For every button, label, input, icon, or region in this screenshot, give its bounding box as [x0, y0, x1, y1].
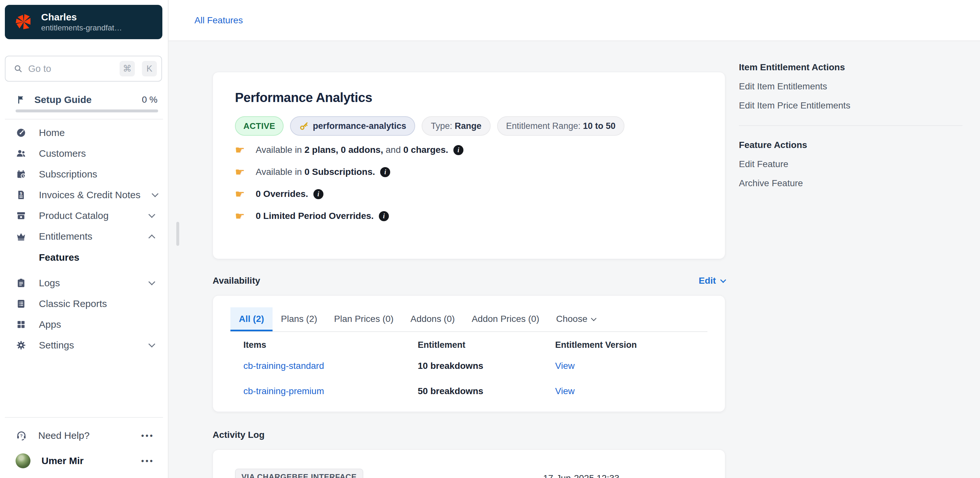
user-name: Umer Mir [41, 455, 130, 466]
menu-gap [0, 268, 168, 273]
availability-heading: Availability [213, 276, 699, 286]
entitlement-range-badge: Entitlement Range: 10 to 50 [497, 116, 625, 136]
pointing-finger-icon: ☛ [235, 187, 247, 200]
item-link[interactable]: cb-training-standard [243, 361, 418, 371]
view-link[interactable]: View [555, 386, 708, 396]
actions-rail: Item Entitlement Actions Edit Item Entit… [739, 60, 966, 189]
summary-limited-overrides: ☛ 0 Limited Period Overrides. i [235, 205, 703, 227]
column-entitlement-version: Entitlement Version [555, 340, 708, 350]
sidebar-item-label: Invoices & Credit Notes [39, 189, 140, 200]
topbar: All Features [169, 0, 980, 41]
sidebar-item-logs[interactable]: Logs [0, 273, 168, 294]
sidebar-item-label: Entitlements [39, 231, 137, 242]
pointing-finger-icon: ☛ [235, 143, 247, 156]
sidebar-item-invoices[interactable]: $ Invoices & Credit Notes [0, 184, 168, 205]
info-icon[interactable]: i [453, 145, 463, 155]
global-search[interactable]: ⌘ K [5, 56, 162, 82]
sidebar-item-entitlements[interactable]: Entitlements [0, 226, 168, 247]
need-help-label: Need Help? [38, 430, 130, 441]
info-icon[interactable]: i [380, 167, 390, 177]
entitlement-value: 50 breakdowns [418, 386, 555, 396]
sidebar: Charles entitlements-grandfat… ⌘ K Setup… [0, 0, 169, 478]
chevron-up-icon [148, 234, 155, 241]
setup-guide[interactable]: Setup Guide 0 % [16, 93, 158, 106]
summary-plans: ☛ Available in 2 plans, 0 addons, and 0 … [235, 139, 703, 161]
badge-row: ACTIVE performance-analytics Type: Range… [235, 116, 703, 136]
tab-addons[interactable]: Addons (0) [402, 307, 463, 331]
sidebar-menu: Home Customers [0, 122, 168, 356]
info-icon[interactable]: i [379, 211, 389, 221]
sidebar-item-label: Logs [39, 278, 137, 289]
sidebar-item-customers[interactable]: Customers [0, 143, 168, 164]
sidebar-item-apps[interactable]: Apps [0, 314, 168, 335]
edit-item-price-entitlements-link[interactable]: Edit Item Price Entitlements [739, 100, 966, 111]
feature-id-text: performance-analytics [313, 121, 406, 131]
archive-feature-link[interactable]: Archive Feature [739, 178, 966, 189]
invoices-icon: $ [16, 189, 27, 200]
view-link[interactable]: View [555, 361, 708, 371]
setup-guide-progress: 0 % [142, 95, 158, 105]
tab-plans[interactable]: Plans (2) [272, 307, 326, 331]
column-items: Items [243, 340, 418, 350]
sidebar-divider [5, 417, 163, 418]
activity-log-card: VIA CHARGEBEE INTERFACE 17-Jun-2025 12:3… [213, 449, 725, 478]
tab-addon-prices[interactable]: Addon Prices (0) [463, 307, 548, 331]
workspace-org: entitlements-grandfat… [41, 23, 122, 33]
sidebar-item-home[interactable]: Home [0, 122, 168, 143]
tab-choose[interactable]: Choose [548, 307, 605, 331]
chevron-down-icon [591, 315, 597, 321]
status-badge: ACTIVE [235, 116, 283, 136]
sidebar-item-subscriptions[interactable]: Subscriptions [0, 164, 168, 184]
item-entitlement-actions-heading: Item Entitlement Actions [739, 62, 966, 73]
sidebar-item-label: Settings [39, 340, 137, 351]
sidebar-item-label: Apps [39, 319, 154, 330]
sidebar-item-label: Classic Reports [39, 298, 154, 309]
need-help-row[interactable]: ? Need Help? ••• [0, 423, 168, 448]
entitlements-crown-icon [16, 231, 27, 242]
table-row: cb-training-premium 50 breakdowns View [243, 379, 708, 404]
feature-actions-heading: Feature Actions [739, 140, 966, 151]
subscriptions-icon [16, 169, 27, 180]
workspace-name: Charles [41, 11, 122, 23]
k-keycap: K [142, 61, 157, 76]
product-catalog-icon [16, 210, 27, 221]
apps-grid-icon [16, 319, 27, 330]
availability-header: Availability Edit [213, 275, 725, 287]
search-input[interactable] [28, 64, 113, 74]
edit-item-entitlements-link[interactable]: Edit Item Entitlements [739, 81, 966, 92]
feature-card: Performance Analytics ACTIVE performance… [213, 72, 725, 259]
home-gauge-icon [16, 127, 27, 138]
table-row: cb-training-standard 10 breakdowns View [243, 353, 708, 379]
cmd-keycap: ⌘ [119, 61, 135, 76]
availability-edit-button[interactable]: Edit [699, 276, 725, 286]
classic-reports-icon [16, 298, 27, 309]
gear-icon [16, 340, 27, 351]
chevron-down-icon [148, 211, 155, 218]
breadcrumb[interactable]: All Features [194, 15, 243, 25]
table-header: Items Entitlement Entitlement Version [243, 337, 708, 353]
tab-all[interactable]: All (2) [231, 307, 272, 331]
activity-log-header: Activity Log [213, 429, 725, 441]
sidebar-item-settings[interactable]: Settings [0, 335, 168, 356]
entitlement-value: 10 breakdowns [418, 361, 555, 371]
svg-text:?: ? [20, 433, 23, 438]
sidebar-scrollbar-thumb[interactable] [176, 222, 179, 246]
tab-plan-prices[interactable]: Plan Prices (0) [326, 307, 402, 331]
user-row[interactable]: Umer Mir ••• [0, 448, 168, 473]
sidebar-item-classic-reports[interactable]: Classic Reports [0, 294, 168, 314]
more-icon[interactable]: ••• [141, 456, 154, 465]
availability-card: All (2) Plans (2) Plan Prices (0) Addons… [213, 295, 725, 412]
info-icon[interactable]: i [313, 189, 323, 199]
search-icon [13, 64, 23, 73]
more-icon[interactable]: ••• [141, 431, 154, 440]
sidebar-item-features[interactable]: Features [0, 247, 168, 268]
sidebar-item-product-catalog[interactable]: Product Catalog [0, 205, 168, 226]
column-entitlement: Entitlement [418, 340, 555, 350]
edit-feature-link[interactable]: Edit Feature [739, 159, 966, 170]
summary-overrides: ☛ 0 Overrides. i [235, 183, 703, 205]
summary-subscriptions: ☛ Available in 0 Subscriptions. i [235, 161, 703, 183]
key-icon [299, 121, 309, 131]
workspace-switcher[interactable]: Charles entitlements-grandfat… [5, 5, 162, 39]
sidebar-item-label: Features [39, 252, 154, 263]
item-link[interactable]: cb-training-premium [243, 386, 418, 396]
